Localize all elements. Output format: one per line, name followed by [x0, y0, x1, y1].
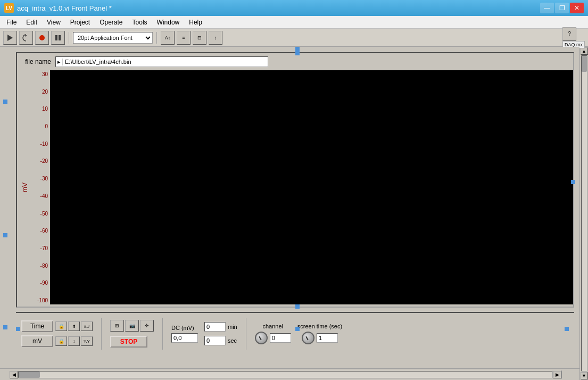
tick-0: 0	[31, 123, 48, 129]
anchor-dot-chart-top	[295, 51, 300, 55]
close-button[interactable]: ✕	[570, 3, 584, 13]
screen-time-input[interactable]	[317, 333, 338, 343]
svg-marker-2	[7, 35, 13, 41]
context-help-button[interactable]: ?	[562, 27, 576, 41]
anchor-dot-chart-bot	[295, 304, 300, 309]
title-bar-left: LV acq_intra_v1.0.vi Front Panel *	[4, 3, 112, 13]
font-selector[interactable]: 20pt Application Font	[73, 32, 153, 44]
min-label: min	[228, 324, 237, 330]
bottom-controls: Time 🔒 ⬆ #.# mV 🔒 ↕	[16, 312, 574, 354]
chart-tool-3[interactable]: ✛	[140, 320, 154, 332]
time-format-btn[interactable]: #.#	[81, 321, 93, 331]
align-button[interactable]: ≡	[177, 31, 191, 45]
chart-canvas[interactable]	[50, 70, 573, 304]
svg-point-4	[39, 35, 45, 40]
tick-30: 30	[31, 71, 48, 77]
tick-n60: -60	[31, 228, 48, 234]
mv-format-btn[interactable]: Y.Y	[81, 336, 93, 346]
v-scroll-thumb[interactable]	[582, 56, 587, 72]
menu-operate[interactable]: Operate	[95, 18, 127, 27]
toolbar: 20pt Application Font A↕ ≡ ⊟ ↕ ? DAQ.mx	[0, 29, 588, 47]
scroll-up-button[interactable]: ▲	[581, 47, 588, 55]
anchor-dot-bottom-mid	[295, 327, 300, 331]
h-scroll-track[interactable]	[18, 371, 553, 378]
stop-button[interactable]: STOP	[110, 336, 147, 348]
svg-rect-5	[55, 35, 57, 40]
window-title: acq_intra_v1.0.vi Front Panel *	[17, 4, 112, 12]
minimize-button[interactable]: —	[540, 3, 554, 13]
time-lock-btn[interactable]: 🔒	[55, 321, 67, 331]
menu-edit[interactable]: Edit	[22, 18, 42, 27]
channel-group: channel	[255, 323, 291, 344]
menu-window[interactable]: Window	[153, 18, 184, 27]
tick-n20: -20	[31, 158, 48, 164]
file-path-icon[interactable]: ▸	[56, 59, 63, 65]
sec-input[interactable]	[204, 336, 226, 345]
min-input[interactable]	[204, 322, 226, 332]
mv-button[interactable]: mV	[21, 335, 53, 347]
menu-tools[interactable]: Tools	[128, 18, 152, 27]
anchor-dot-chart-right	[571, 180, 575, 184]
distribute-button[interactable]: ⊟	[193, 31, 206, 45]
dc-input[interactable]	[171, 333, 198, 343]
anchor-dot-bottom-right	[565, 327, 569, 331]
anchor-dot-top-mid	[295, 47, 300, 51]
tick-n90: -90	[31, 280, 48, 286]
scrollbar-corner	[561, 370, 570, 379]
v-scrollbar: ▲ ▼	[579, 47, 588, 380]
chart-tools-group: ⊞ 📷 ✛ STOP	[110, 320, 154, 348]
abort-button[interactable]	[35, 31, 49, 45]
menu-view[interactable]: View	[43, 18, 65, 27]
mv-lock-btn[interactable]: 🔒	[55, 336, 67, 346]
menu-bar: File Edit View Project Operate Tools Win…	[0, 16, 588, 29]
scroll-right-button[interactable]: ▶	[553, 371, 561, 378]
pause-button[interactable]	[51, 31, 65, 45]
channel-knob[interactable]	[255, 332, 268, 344]
chart-tool-2[interactable]: 📷	[125, 320, 139, 332]
anchor-dot-left-mid	[3, 233, 7, 237]
text-size-button[interactable]: A↕	[161, 31, 175, 45]
svg-rect-6	[59, 35, 61, 40]
menu-project[interactable]: Project	[66, 18, 94, 27]
h-scrollbar: ◀ ▶	[0, 368, 579, 380]
file-name-row: file name ▸	[19, 56, 573, 67]
sep-3	[246, 318, 246, 350]
tick-n40: -40	[31, 193, 48, 199]
tick-n100: -100	[31, 298, 48, 303]
mv-scale-btn[interactable]: ↕	[68, 336, 80, 346]
anchor-dot-bottom-left	[16, 327, 20, 331]
tick-n80: -80	[31, 263, 48, 269]
y-axis-label: mV	[19, 70, 31, 304]
tick-n30: -30	[31, 176, 48, 181]
app-icon: LV	[4, 3, 14, 13]
run-button[interactable]	[3, 31, 17, 45]
channel-label: channel	[262, 323, 283, 329]
scroll-down-button[interactable]: ▼	[581, 372, 588, 379]
time-scale-btn[interactable]: ⬆	[68, 321, 80, 331]
screen-time-knob[interactable]	[302, 332, 314, 344]
scroll-left-button[interactable]: ◀	[10, 371, 18, 378]
run-continuous-button[interactable]	[19, 31, 33, 45]
h-scroll-thumb[interactable]	[19, 371, 40, 378]
restore-button[interactable]: ❐	[555, 3, 569, 13]
tick-n50: -50	[31, 211, 48, 217]
file-path-input[interactable]	[63, 57, 268, 67]
sec-label: sec	[228, 337, 237, 344]
chart-tool-1[interactable]: ⊞	[110, 320, 124, 332]
chart-area: mV 30 20 10 0 -10 -20 -30 -40 -50 -60 -7…	[19, 70, 573, 304]
toolbar-separator-1	[69, 32, 69, 44]
menu-file[interactable]: File	[2, 18, 21, 27]
screen-time-group: screen time (sec)	[297, 323, 342, 344]
svg-text:LV: LV	[6, 5, 12, 11]
channel-input[interactable]	[270, 333, 291, 343]
v-scroll-track[interactable]	[581, 55, 587, 371]
reorder-button[interactable]: ↕	[209, 31, 222, 45]
menu-help[interactable]: Help	[185, 18, 206, 27]
anchor-dot-left-bot	[3, 325, 7, 329]
time-mv-group: Time 🔒 ⬆ #.# mV 🔒 ↕	[21, 320, 93, 347]
time-button[interactable]: Time	[21, 320, 53, 332]
dc-group: DC (mV)	[171, 325, 198, 343]
screen-time-label: screen time (sec)	[297, 323, 342, 329]
sep-1	[101, 318, 102, 350]
tick-n70: -70	[31, 245, 48, 251]
